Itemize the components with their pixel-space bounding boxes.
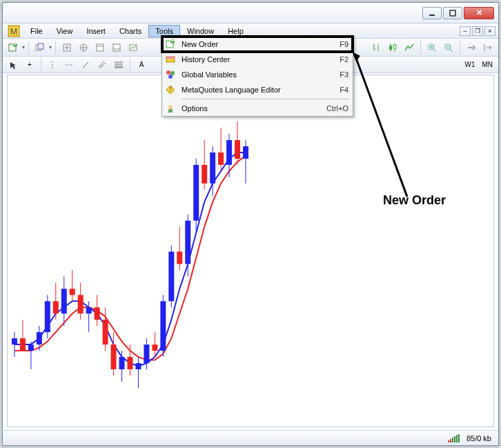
market-watch-button[interactable] <box>59 40 75 55</box>
menu-help[interactable]: Help <box>221 25 250 37</box>
svg-rect-58 <box>61 289 67 313</box>
svg-text:+: + <box>170 39 175 44</box>
menu-item-new-order[interactable]: + New Order F9 <box>162 37 353 52</box>
connection-status: 85/0 kb <box>466 434 491 442</box>
history-icon <box>164 54 177 65</box>
svg-line-38 <box>83 62 88 68</box>
title-bar: ✕ <box>3 3 498 23</box>
data-window-button[interactable] <box>92 40 108 55</box>
bar-chart-button[interactable] <box>369 40 384 55</box>
zoom-out-button[interactable] <box>441 40 456 55</box>
svg-rect-27 <box>393 45 396 48</box>
svg-rect-100 <box>235 140 240 159</box>
menu-item-shortcut: F3 <box>340 70 348 79</box>
svg-line-29 <box>433 49 436 52</box>
variables-icon <box>164 69 177 80</box>
connection-indicator-icon <box>448 434 460 442</box>
svg-rect-70 <box>111 344 117 369</box>
svg-rect-50 <box>28 344 34 351</box>
menu-separator <box>181 99 350 99</box>
svg-rect-15 <box>97 44 104 51</box>
minimize-button[interactable] <box>422 7 442 19</box>
svg-rect-82 <box>160 301 166 351</box>
svg-rect-90 <box>193 165 199 221</box>
svg-rect-52 <box>37 332 42 344</box>
svg-rect-8 <box>38 43 43 49</box>
crosshair-tool[interactable]: + <box>22 58 37 72</box>
svg-rect-56 <box>53 301 59 313</box>
status-bar: 85/0 kb <box>3 430 498 445</box>
menu-item-metaeditor[interactable]: ! MetaQuotes Language Editor F4 <box>162 82 353 97</box>
svg-text:!: ! <box>169 85 171 93</box>
mdi-close-button[interactable]: × <box>484 26 495 36</box>
equidistant-channel-tool[interactable] <box>95 58 110 72</box>
timeframe-mn[interactable]: MN <box>479 58 495 72</box>
menu-file[interactable]: File <box>23 25 50 37</box>
svg-rect-62 <box>78 295 84 313</box>
svg-rect-60 <box>70 289 75 295</box>
svg-text:M: M <box>10 26 17 36</box>
auto-scroll-button[interactable] <box>464 40 479 55</box>
svg-rect-80 <box>152 344 157 351</box>
svg-line-39 <box>99 61 104 67</box>
text-label-tool[interactable]: A <box>134 58 149 72</box>
vertical-line-tool[interactable] <box>45 58 60 72</box>
svg-line-33 <box>450 49 453 52</box>
svg-point-109 <box>170 71 175 75</box>
horizontal-line-tool[interactable] <box>61 58 77 72</box>
app-icon: M <box>7 25 21 37</box>
menu-item-label: Global Variables <box>181 70 340 79</box>
svg-rect-46 <box>12 338 17 344</box>
svg-rect-17 <box>113 44 120 51</box>
svg-point-108 <box>166 70 170 75</box>
svg-rect-1 <box>450 10 455 16</box>
menu-item-history-center[interactable]: History Center F2 <box>162 52 353 67</box>
maximize-button[interactable] <box>443 7 462 19</box>
candlestick-chart <box>8 75 493 427</box>
chart-shift-button[interactable] <box>480 40 495 55</box>
menu-item-shortcut: Ctrl+O <box>326 104 348 113</box>
svg-rect-88 <box>185 221 190 264</box>
svg-rect-84 <box>168 251 174 301</box>
terminal-button[interactable] <box>109 40 124 55</box>
menu-view[interactable]: View <box>50 25 80 37</box>
zoom-in-button[interactable] <box>424 40 440 55</box>
cursor-tool[interactable] <box>6 58 21 72</box>
svg-rect-72 <box>119 357 125 369</box>
menu-insert[interactable]: Insert <box>79 25 112 37</box>
close-button[interactable]: ✕ <box>464 7 494 19</box>
svg-line-40 <box>100 63 106 68</box>
menu-item-label: New Order <box>181 40 340 48</box>
menu-item-global-variables[interactable]: Global Variables F3 <box>162 67 353 82</box>
svg-rect-107 <box>166 57 175 59</box>
candlestick-button[interactable] <box>385 40 400 55</box>
menu-window[interactable]: Window <box>180 25 221 37</box>
svg-rect-98 <box>226 140 232 165</box>
menu-item-shortcut: F2 <box>340 55 348 64</box>
new-order-icon: + <box>164 39 177 50</box>
chart-area[interactable] <box>7 75 494 427</box>
line-chart-button[interactable] <box>402 40 417 55</box>
profiles-button[interactable] <box>32 40 48 55</box>
mdi-restore-button[interactable]: ❐ <box>472 26 483 36</box>
menu-item-label: History Center <box>181 55 340 64</box>
strategy-tester-button[interactable] <box>126 40 141 55</box>
menu-item-options[interactable]: Options Ctrl+O <box>162 101 353 116</box>
mdi-minimize-button[interactable]: – <box>460 26 471 36</box>
svg-rect-68 <box>103 320 108 344</box>
fibonacci-tool[interactable] <box>111 58 126 72</box>
trendline-tool[interactable] <box>78 58 93 72</box>
options-icon <box>164 103 177 114</box>
tools-dropdown-menu: + New Order F9 History Center F2 Global … <box>161 36 353 117</box>
svg-rect-102 <box>243 146 248 159</box>
svg-rect-92 <box>202 165 207 184</box>
navigator-button[interactable] <box>76 40 91 55</box>
new-chart-button[interactable]: + <box>6 40 21 55</box>
menu-charts[interactable]: Charts <box>112 25 148 37</box>
svg-rect-94 <box>210 153 215 184</box>
svg-rect-66 <box>95 307 100 320</box>
annotation-label: New Order <box>383 193 446 208</box>
menu-tools[interactable]: Tools <box>148 25 180 37</box>
timeframe-w1[interactable]: W1 <box>462 58 478 72</box>
svg-rect-48 <box>20 338 26 351</box>
